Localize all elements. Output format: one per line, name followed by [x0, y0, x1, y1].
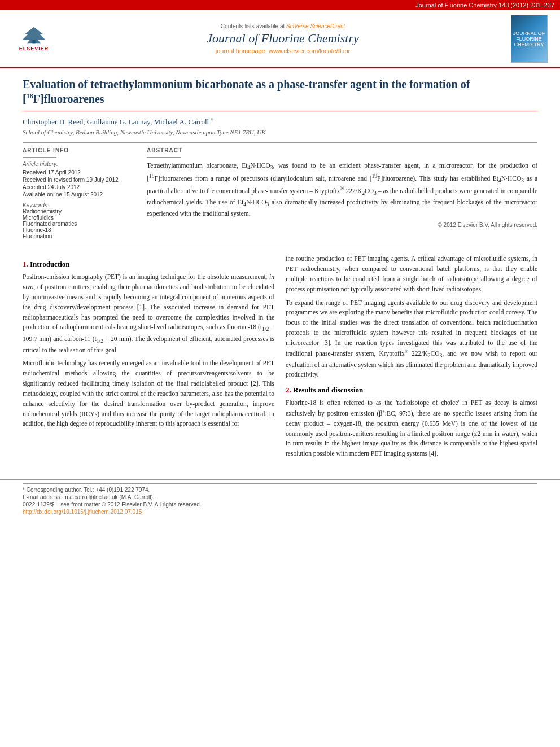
results-paragraph-1: Fluorine-18 is often referred to as the …: [286, 398, 537, 459]
accepted-date: Accepted 24 July 2012: [23, 184, 135, 190]
keyword-3: Fluorinated aromatics: [23, 221, 135, 227]
sciverse-prefix: Contents lists available at: [221, 23, 285, 29]
homepage-url[interactable]: www.elsevier.com/locate/fluor: [269, 47, 350, 54]
article-title: Evaluation of tetraethylammonium bicarbo…: [23, 77, 537, 111]
article-info-header: ARTICLE INFO: [23, 147, 135, 154]
journal-title: Journal of Fluorine Chemistry: [65, 31, 501, 46]
results-section-title: 2. Results and discussion: [286, 386, 537, 395]
title-text: Evaluation of tetraethylammonium bicarbo…: [23, 78, 470, 105]
right-intro-paragraph-2: To expand the range of PET imaging agent…: [286, 298, 537, 381]
corresponding-marker: *: [211, 117, 213, 123]
cover-text: JOURNAL OF FLUORINE CHEMISTRY: [513, 30, 545, 47]
article-content: Evaluation of tetraethylammonium bicarbo…: [0, 68, 560, 471]
revised-date: Received in revised form 19 July 2012: [23, 177, 135, 183]
authors: Christopher D. Reed, Guillaume G. Launay…: [23, 117, 537, 126]
info-abstract-section: ARTICLE INFO Article history: Received 1…: [23, 142, 537, 239]
intro-paragraph-2: Microfluidic technology has recently eme…: [23, 359, 274, 429]
elsevier-logo-area: ELSEVIER: [8, 26, 59, 51]
page-footer: * Corresponding author. Tel.: +44 (0)191…: [0, 479, 560, 521]
intro-paragraph-1: Positron-emission tomography (PET) is an…: [23, 272, 274, 355]
author-names: Christopher D. Reed, Guillaume G. Launay…: [23, 117, 209, 126]
abstract-header: ABSTRACT: [147, 147, 537, 154]
page-header: ELSEVIER Contents lists available at Sci…: [0, 10, 560, 68]
intro-section-title: 1. Introduction: [23, 260, 274, 269]
elsevier-tree-icon: [14, 26, 54, 45]
email-label: E-mail address:: [23, 494, 62, 500]
available-date: Available online 15 August 2012: [23, 191, 135, 198]
footer-divider: [23, 483, 537, 484]
abstract-column: ABSTRACT Tetraethylammonium bicarbonate,…: [147, 147, 537, 239]
sciverse-link[interactable]: SciVerse ScienceDirect: [286, 23, 345, 29]
journal-bar: Journal of Fluorine Chemistry 143 (2012)…: [0, 0, 560, 10]
results-section-number: 2.: [286, 386, 291, 394]
keywords-label: Keywords:: [23, 202, 135, 208]
intro-title-text: Introduction: [30, 260, 70, 268]
corresponding-text: * Corresponding author. Tel.: +44 (0)191…: [23, 487, 150, 493]
keyword-2: Microfluidics: [23, 215, 135, 221]
history-label: Article history:: [23, 161, 135, 167]
email-address[interactable]: m.a.carroll@ncl.ac.uk (M.A. Carroll).: [63, 494, 154, 500]
keyword-1: Radiochemistry: [23, 208, 135, 215]
received-date: Received 17 April 2012: [23, 169, 135, 176]
abstract-divider: [147, 157, 181, 158]
keywords-section: Keywords: Radiochemistry Microfluidics F…: [23, 202, 135, 239]
journal-cover-area: JOURNAL OF FLUORINE CHEMISTRY: [506, 15, 552, 63]
elsevier-logo: ELSEVIER: [11, 26, 56, 51]
svg-rect-2: [33, 40, 36, 44]
keyword-4: Fluorine-18: [23, 227, 135, 233]
intro-section-number: 1.: [23, 260, 28, 268]
keyword-5: Fluorination: [23, 233, 135, 239]
abstract-text: Tetraethylammonium bicarbonate, Et4N·HCO…: [147, 161, 537, 219]
copyright-line: © 2012 Elsevier B.V. All rights reserved…: [147, 222, 537, 228]
affiliation: School of Chemistry, Bedson Building, Ne…: [23, 129, 537, 136]
info-divider: [23, 157, 56, 158]
right-body-column: the routine production of PET imaging ag…: [286, 254, 537, 462]
email-note: E-mail address: m.a.carroll@ncl.ac.uk (M…: [23, 494, 537, 500]
results-title-text: Results and discussion: [293, 386, 363, 394]
sciverse-line: Contents lists available at SciVerse Sci…: [65, 23, 501, 29]
article-info-column: ARTICLE INFO Article history: Received 1…: [23, 147, 135, 239]
header-center: Contents lists available at SciVerse Sci…: [65, 23, 501, 54]
elsevier-wordmark: ELSEVIER: [19, 46, 49, 51]
journal-cover-image: JOURNAL OF FLUORINE CHEMISTRY: [511, 15, 548, 63]
right-intro-paragraph-1: the routine production of PET imaging ag…: [286, 254, 537, 294]
body-columns: 1. Introduction Positron-emission tomogr…: [23, 248, 537, 462]
issn-line: 0022-1139/$ – see front matter © 2012 El…: [23, 501, 537, 508]
corresponding-author-note: * Corresponding author. Tel.: +44 (0)191…: [23, 487, 537, 493]
left-body-column: 1. Introduction Positron-emission tomogr…: [23, 254, 274, 462]
journal-citation: Journal of Fluorine Chemistry 143 (2012)…: [415, 2, 554, 8]
doi-link[interactable]: http://dx.doi.org/10.1016/j.jfluchem.201…: [23, 509, 537, 515]
homepage-label: journal homepage:: [216, 47, 269, 54]
journal-homepage: journal homepage: www.elsevier.com/locat…: [65, 47, 501, 54]
